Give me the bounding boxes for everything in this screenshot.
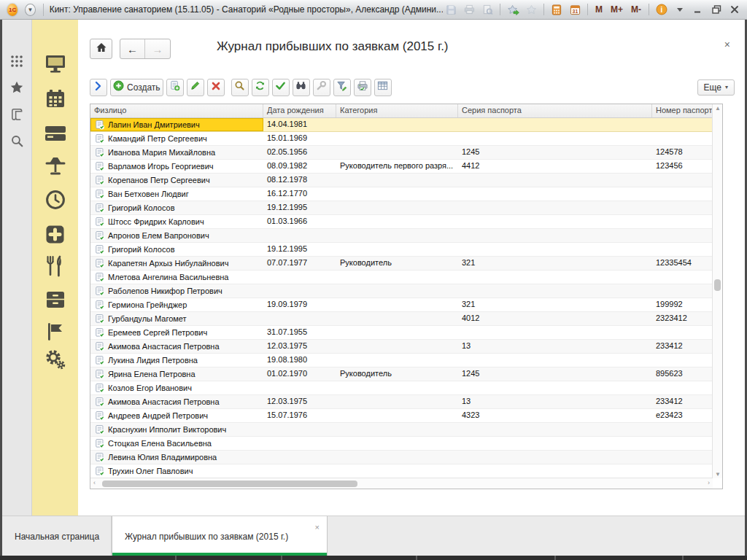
cell-birthdate[interactable]: 01.03.1966 [263, 215, 336, 228]
table-row[interactable]: Камандий Петр Сергеевич15.01.1969 [90, 132, 713, 146]
cell-category[interactable] [336, 409, 458, 422]
cell-birthdate[interactable]: 14.04.1981 [263, 118, 336, 131]
horizontal-scrollbar[interactable]: ‹ › [90, 478, 713, 489]
cell-person[interactable]: Стоцкая Елена Васильевна [90, 437, 263, 450]
cell-category[interactable] [336, 284, 458, 298]
section-schedule-icon[interactable] [44, 188, 67, 211]
cell-category[interactable] [336, 354, 458, 367]
cell-passport-number[interactable] [652, 187, 713, 201]
table-row[interactable]: Трухин Олег Павлович [90, 464, 713, 478]
cell-person[interactable]: Трухин Олег Павлович [90, 464, 263, 478]
cell-passport-number[interactable] [652, 354, 713, 367]
edit-button[interactable] [187, 79, 204, 96]
table-row[interactable]: Корепанов Петр Сергеевич08.12.1978 [90, 174, 713, 187]
cell-birthdate[interactable]: 31.07.1955 [263, 326, 336, 339]
scroll-right-arrow[interactable]: › [708, 479, 710, 486]
table-row[interactable]: Еремеев Сергей Петрович31.07.1955 [90, 326, 713, 340]
section-accommodation-icon[interactable] [44, 154, 67, 177]
table-row[interactable]: Григорий Колосов19.12.1995 [90, 243, 713, 257]
table-row[interactable]: Иванова Мария Михайловна02.05.1956124512… [90, 146, 713, 160]
calculator-icon[interactable] [549, 3, 565, 17]
table-row[interactable]: Гурбандулы Магомет40122323412 [90, 312, 713, 326]
column-header[interactable]: Категория [336, 104, 458, 117]
calendar-icon[interactable]: 31 [567, 3, 583, 17]
cell-passport-series[interactable] [458, 437, 652, 450]
search-icon[interactable] [9, 133, 25, 149]
cell-passport-series[interactable] [458, 423, 652, 436]
cell-person[interactable]: Козлов Егор Иванович [90, 381, 263, 394]
cell-birthdate[interactable]: 01.02.1970 [263, 368, 336, 381]
section-dining-icon[interactable] [44, 254, 67, 278]
cell-passport-series[interactable] [458, 132, 652, 145]
cell-passport-number[interactable]: 895623 [652, 368, 713, 381]
cell-person[interactable]: Млетова Ангелина Васильневна [90, 271, 263, 284]
cell-birthdate[interactable] [263, 271, 336, 284]
cell-passport-number[interactable]: 123456 [652, 160, 713, 173]
cell-birthdate[interactable] [263, 437, 336, 450]
cell-birthdate[interactable]: 19.12.1995 [263, 201, 336, 214]
cell-passport-number[interactable] [652, 201, 713, 214]
cell-passport-number[interactable] [652, 229, 713, 242]
cell-birthdate[interactable] [263, 464, 336, 478]
cell-passport-number[interactable]: 233412 [652, 395, 713, 408]
cell-category[interactable] [336, 298, 458, 311]
cell-passport-series[interactable] [458, 284, 652, 298]
cell-passport-number[interactable]: 12335454 [652, 257, 713, 270]
scroll-up-arrow[interactable]: ▲ [715, 105, 721, 112]
table-row[interactable]: Акимова Анастасия Петровна12.03.19751323… [90, 395, 713, 409]
more-button[interactable]: Еще▾ [697, 79, 735, 96]
table-row[interactable]: Левина Юлия Владимировна [90, 451, 713, 464]
cell-passport-series[interactable]: 13 [458, 340, 652, 353]
table-row[interactable]: Гермиона Грейнджер19.09.1979321199992 [90, 298, 713, 312]
table-row[interactable]: Лапин Иван Дмитриевич14.04.1981 [90, 118, 713, 132]
cell-passport-number[interactable]: 124578 [652, 146, 713, 159]
cell-passport-series[interactable] [458, 381, 652, 394]
info-dropdown-icon[interactable] [672, 3, 688, 17]
section-booking-icon[interactable] [44, 87, 67, 110]
cell-passport-series[interactable] [458, 174, 652, 187]
table-row[interactable]: Стоцкая Елена Васильевна [90, 437, 713, 451]
cell-person[interactable]: Гермиона Грейнджер [90, 298, 263, 311]
tab-home[interactable]: Начальная страница [2, 516, 112, 556]
cell-passport-series[interactable] [458, 451, 652, 464]
cell-person[interactable]: Андреев Андрей Петрович [90, 409, 263, 422]
cell-passport-series[interactable] [458, 229, 652, 242]
history-icon[interactable] [9, 106, 25, 122]
cell-birthdate[interactable]: 19.08.1980 [263, 354, 336, 367]
cell-category[interactable] [336, 312, 458, 325]
table-row[interactable]: Карапетян Архыз Нибулайнович07.07.1977Ру… [90, 257, 713, 271]
cell-category[interactable] [336, 215, 458, 228]
cell-person[interactable]: Ван Бетховен Людвиг [90, 187, 263, 201]
cell-birthdate[interactable]: 15.01.1969 [263, 132, 336, 145]
column-header[interactable]: Серия паспорта [458, 104, 652, 117]
cell-birthdate[interactable]: 19.09.1979 [263, 298, 336, 311]
tab-journal-active[interactable]: Журнал прибывших по заявкам (2015 г.)× [112, 516, 328, 556]
column-header[interactable]: Дата рождения [263, 104, 336, 117]
cell-person[interactable]: Гурбандулы Магомет [90, 312, 263, 325]
cell-passport-series[interactable]: 4012 [458, 312, 652, 325]
cell-person[interactable]: Штосс Фридрих Карлович [90, 215, 263, 228]
cell-birthdate[interactable] [263, 229, 336, 242]
cell-birthdate[interactable]: 02.05.1956 [263, 146, 336, 159]
cell-birthdate[interactable]: 16.12.1770 [263, 187, 336, 201]
table-row[interactable]: Лукина Лидия Петровна19.08.1980 [90, 354, 713, 368]
info-icon[interactable]: i [654, 3, 670, 17]
cell-category[interactable] [336, 423, 458, 436]
cell-passport-number[interactable] [652, 132, 713, 145]
cell-category[interactable]: Руководитель [336, 257, 458, 270]
cell-birthdate[interactable]: 15.07.1976 [263, 409, 336, 422]
table-row[interactable]: Козлов Егор Иванович [90, 381, 713, 395]
cell-person[interactable]: Иванова Мария Михайловна [90, 146, 263, 159]
cell-passport-series[interactable] [458, 201, 652, 214]
section-storage-icon[interactable] [44, 288, 67, 311]
cell-passport-series[interactable] [458, 464, 652, 478]
favorites-icon[interactable] [9, 79, 25, 96]
table-row[interactable]: Ван Бетховен Людвиг16.12.1770 [90, 187, 713, 201]
cell-passport-series[interactable]: 1245 [458, 146, 652, 159]
main-menu-icon[interactable] [9, 53, 25, 69]
cell-category[interactable] [336, 174, 458, 187]
system-menu-button[interactable]: ▼ [25, 4, 36, 16]
copy-button[interactable] [166, 79, 184, 96]
tab-close-icon[interactable]: × [315, 523, 320, 532]
cell-category[interactable] [336, 451, 458, 464]
